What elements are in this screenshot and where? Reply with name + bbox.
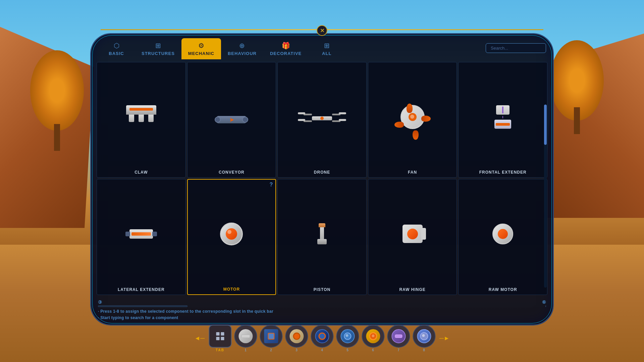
structures-icon: ⊞ [155,42,161,50]
motor-label: MOTOR [223,287,240,292]
raw-motor-shape [488,222,518,246]
frontal-extender-label: FRONTAL EXTENDER [479,170,527,175]
tab-all[interactable]: ⊞ ALL [308,38,345,59]
tab-decorative[interactable]: 🎁 DECORATIVE [263,38,308,59]
quickbar-btn-3[interactable] [285,325,308,348]
grid-item-lateral-extender[interactable]: LATERAL EXTENDER [97,179,186,295]
tree-left [27,50,87,151]
tab-label: TAB [216,348,224,352]
slot-6-indicator: ⑥ [542,300,546,305]
quickbar-item-4[interactable]: 4 [311,325,333,352]
svg-rect-0 [216,332,219,336]
grid-item-fan[interactable]: FAN [368,62,457,178]
piston-icon-area [280,183,364,285]
raw-motor-label: RAW MOTOR [489,287,517,292]
quickbar-btn-4[interactable] [311,325,333,348]
piston-label: PISTON [314,287,330,292]
fan-label: FAN [408,170,417,175]
quickbar-btn-7[interactable] [387,325,410,348]
raw-hinge-shape [397,222,428,246]
svg-rect-2 [216,337,219,340]
grid-item-piston[interactable]: PISTON [277,179,367,295]
grid-item-raw-hinge[interactable]: RAW HINGE [368,179,457,295]
quickbar-number-1: 1 [245,348,247,352]
tree-right [543,40,610,134]
quickbar-item-6[interactable]: 6 [362,325,384,352]
raw-motor-icon-area [461,183,545,285]
tab-bar: ⬡ BASIC ⊞ STRUCTURES ⚙ MECHANIC ⊕ BEHAVI… [91,34,553,59]
quickbar-number-5: 5 [346,348,348,352]
quickbar-item-5[interactable]: 5 [336,325,359,352]
grid-item-raw-motor[interactable]: RAW MOTOR [458,179,547,295]
lateral-extender-icon-area [99,183,183,285]
tab-grid-icon[interactable] [209,325,231,348]
tab-basic[interactable]: ⬡ BASIC [98,38,135,59]
hint-2: · Start typing to search for a component [98,315,546,321]
conveyor-label: CONVEYOR [219,170,245,175]
raw-hinge-label: RAW HINGE [399,287,425,292]
quickbar: ◄─ TAB 1 2 [194,325,449,352]
quickbar-item-1[interactable]: 1 [234,325,257,352]
main-panel: ⬡ BASIC ⊞ STRUCTURES ⚙ MECHANIC ⊕ BEHAVI… [91,34,553,325]
grid-item-claw[interactable]: CLAW [97,62,186,178]
info-hints: · Press 1-8 to assign the selected compo… [98,308,546,321]
grid-area: CLAW ➤ CONVEYOR [91,59,553,298]
grid-item-drone[interactable]: DRONE [277,62,367,178]
items-grid: CLAW ➤ CONVEYOR [97,62,547,295]
search-input[interactable] [486,43,546,53]
quickbar-left-arrow: ◄─ [194,335,205,342]
quickbar-right-arrow: ─► [439,335,450,342]
svg-rect-1 [221,332,224,336]
quickbar-item-8[interactable]: 8 [413,325,435,352]
conveyor-icon-area: ➤ [190,66,274,168]
grid-item-frontal-extender[interactable]: FRONTAL EXTENDER [458,62,547,178]
tab-structures-label: STRUCTURES [142,51,175,56]
claw-icon-area [99,66,183,168]
slot-3-indicator: ③ [98,300,102,305]
quickbar-btn-5[interactable] [336,325,359,348]
mechanic-icon: ⚙ [198,42,204,50]
quickbar-btn-8[interactable] [413,325,435,348]
lateral-extender-label: LATERAL EXTENDER [118,287,165,292]
tab-mechanic[interactable]: ⚙ MECHANIC [181,38,221,59]
grid-item-conveyor[interactable]: ➤ CONVEYOR [187,62,276,178]
tab-basic-label: BASIC [109,51,124,56]
scrollbar[interactable] [544,105,547,288]
decorative-icon: 🎁 [282,42,290,50]
tab-behaviour-label: BEHAVIOUR [228,51,257,56]
question-mark-icon: ? [269,182,273,188]
quickbar-item-3[interactable]: 3 [285,325,308,352]
tab-behaviour[interactable]: ⊕ BEHAVIOUR [221,38,263,59]
scrollbar-thumb[interactable] [544,105,547,145]
drone-icon-area [280,66,364,168]
quickbar-number-3: 3 [296,348,298,352]
quickbar-btn-6[interactable] [362,325,384,348]
basic-icon: ⬡ [114,42,119,50]
grid-item-motor[interactable]: ? MOTOR [187,179,276,295]
quickbar-item-2[interactable]: 2 [260,325,282,352]
tab-decorative-label: DECORATIVE [270,51,302,56]
piston-shape [307,222,337,246]
motor-icon-area [190,183,274,285]
conveyor-shape: ➤ [216,105,247,129]
raw-hinge-icon-area [370,183,455,285]
tab-structures[interactable]: ⊞ STRUCTURES [135,38,181,59]
motor-shape [216,222,247,246]
quickbar-number-7: 7 [397,348,399,352]
hint-1: · Press 1-8 to assign the selected compo… [98,308,546,315]
quickbar-btn-1[interactable] [234,325,257,348]
lateral-extender-shape [126,222,156,246]
claw-label: CLAW [135,170,148,175]
quickbar-btn-2[interactable] [260,325,282,348]
quickbar-number-8: 8 [423,348,425,352]
quickbar-number-2: 2 [270,348,272,352]
all-icon: ⊞ [324,42,330,50]
fan-icon-area [370,66,455,168]
close-button[interactable]: ✕ [317,25,327,36]
claw-shape [126,105,156,129]
quickbar-tab[interactable]: TAB [209,325,231,352]
drone-label: DRONE [314,170,330,175]
drone-shape [307,105,337,129]
quickbar-item-7[interactable]: 7 [387,325,410,352]
frontal-extender-shape [488,105,518,129]
